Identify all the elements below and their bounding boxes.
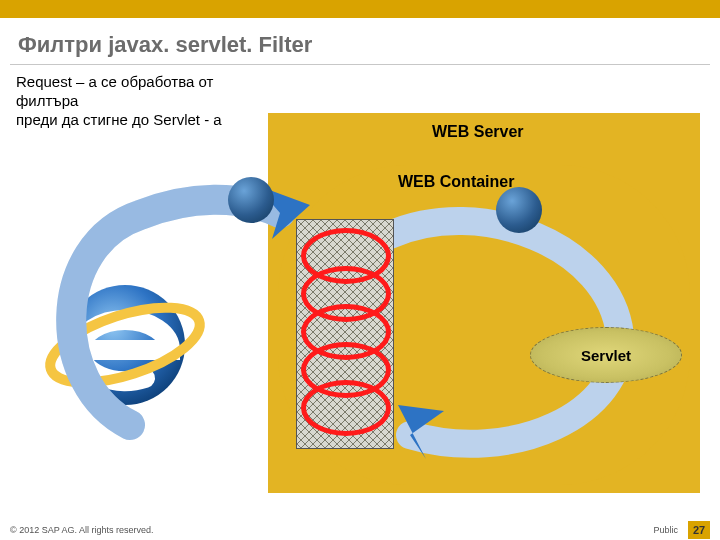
brand-top-bar [0,0,720,18]
request-dot-icon [496,187,542,233]
filter-chain-box [296,219,394,449]
slide-title: Филтри javax. servlet. Filter [18,32,720,58]
copyright-text: © 2012 SAP AG. All rights reserved. [10,525,154,535]
servlet-node: Servlet [530,327,682,383]
slide-footer: © 2012 SAP AG. All rights reserved. Publ… [0,520,720,540]
servlet-label: Servlet [581,347,631,364]
page-number: 27 [688,521,710,539]
classification-label: Public [653,525,678,535]
request-dot-icon [228,177,274,223]
diagram-canvas: Request – а се обработва от филтъра пред… [10,65,710,505]
filter-ring-icon [301,380,391,436]
